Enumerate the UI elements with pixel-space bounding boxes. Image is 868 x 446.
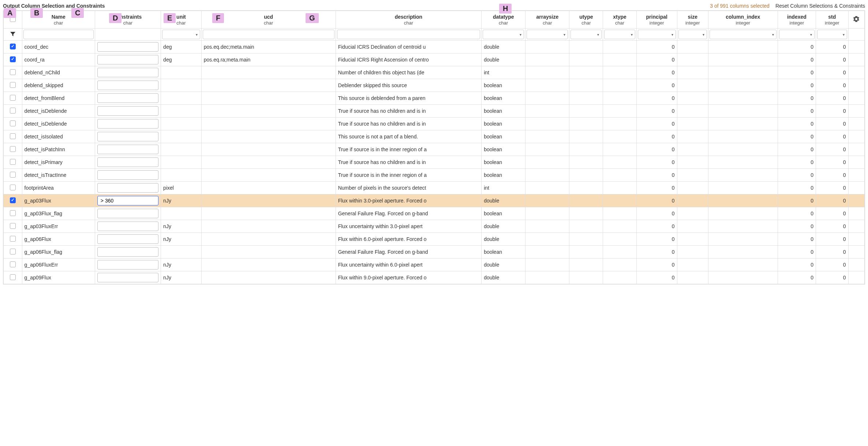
row-checkbox[interactable]: [10, 223, 16, 229]
table-row[interactable]: footprintAreapixelNumber of pixels in th…: [4, 182, 865, 194]
row-checkbox[interactable]: [10, 44, 16, 49]
col-header-arraysize[interactable]: arraysizechar: [525, 11, 569, 29]
filter-dd-size[interactable]: [678, 30, 707, 39]
row-checkbox[interactable]: [10, 210, 16, 216]
col-header-unit[interactable]: unitchar: [161, 11, 202, 29]
constraint-input[interactable]: [97, 119, 158, 129]
filter-input-ucd[interactable]: [203, 30, 334, 39]
constraint-input[interactable]: [97, 106, 158, 116]
table-row[interactable]: g_ap03Flux_flagGeneral Failure Flag. For…: [4, 207, 865, 220]
table-row[interactable]: g_ap06FluxErrnJyFlux uncertainty within …: [4, 259, 865, 271]
constraint-input[interactable]: [97, 68, 158, 77]
filter-dd-indexed[interactable]: [779, 30, 815, 39]
row-checkbox[interactable]: [10, 197, 16, 203]
row-checkbox[interactable]: [10, 249, 16, 254]
row-checkbox[interactable]: [10, 82, 16, 88]
row-checkbox[interactable]: [10, 274, 16, 280]
table-row[interactable]: detect_isDeblendeTrue if source has no c…: [4, 105, 865, 118]
table-row[interactable]: g_ap03FluxnJyFlux within 3.0-pixel apert…: [4, 194, 865, 207]
constraint-input[interactable]: [97, 170, 158, 180]
gear-icon[interactable]: [848, 11, 864, 29]
row-checkbox[interactable]: [10, 261, 16, 267]
row-checkbox[interactable]: [10, 185, 16, 190]
row-checkbox[interactable]: [10, 236, 16, 242]
filter-input-Name[interactable]: [23, 30, 94, 39]
constraint-input[interactable]: [97, 247, 158, 257]
constraint-input[interactable]: [97, 93, 158, 103]
constraint-input[interactable]: [97, 222, 158, 231]
filter-icon[interactable]: [4, 29, 22, 41]
table-row[interactable]: detect_isPatchInnTrue if source is in th…: [4, 143, 865, 156]
constraint-input[interactable]: [97, 183, 158, 193]
cell-unit: [161, 92, 202, 105]
cell-ucd: [201, 143, 336, 156]
row-checkbox[interactable]: [10, 120, 16, 126]
table-row[interactable]: g_ap06FluxnJyFlux within 6.0-pixel apert…: [4, 233, 865, 246]
cell-indexed: 0: [778, 41, 816, 53]
constraint-input[interactable]: [97, 234, 158, 244]
table-row[interactable]: g_ap03FluxErrnJyFlux uncertainty within …: [4, 220, 865, 233]
cell-utype: [569, 207, 603, 220]
table-row[interactable]: detect_isDeblendeTrue if source has no c…: [4, 118, 865, 130]
constraint-input[interactable]: [97, 196, 158, 205]
constraint-input[interactable]: [97, 55, 158, 64]
table-row[interactable]: detect_isTractInneTrue if source is in t…: [4, 169, 865, 182]
reset-button[interactable]: Reset Column Selections & Constraints: [775, 3, 865, 9]
cell-size: [677, 259, 708, 271]
filter-dd-unit[interactable]: [162, 30, 200, 39]
filter-input-description[interactable]: [337, 30, 480, 39]
constraint-input[interactable]: [97, 81, 158, 90]
row-checkbox[interactable]: [10, 133, 16, 139]
constraint-input[interactable]: [97, 132, 158, 141]
col-header-description[interactable]: descriptionchar: [336, 11, 481, 29]
cell-std: 0: [816, 233, 849, 246]
col-header-ucd[interactable]: ucdchar: [201, 11, 336, 29]
table-row[interactable]: detect_fromBlendThis source is deblended…: [4, 92, 865, 105]
table-row[interactable]: detect_isIsolatedThis source is not a pa…: [4, 130, 865, 143]
row-checkbox[interactable]: [10, 56, 16, 62]
constraint-input[interactable]: [97, 157, 158, 167]
col-header-std[interactable]: stdinteger: [816, 11, 849, 29]
table-row[interactable]: coord_decdegpos.eq.dec;meta.mainFiducial…: [4, 41, 865, 53]
row-checkbox[interactable]: [10, 159, 16, 165]
table-row[interactable]: g_ap06Flux_flagGeneral Failure Flag. For…: [4, 246, 865, 259]
filter-dd-std[interactable]: [817, 30, 847, 39]
cell-datatype: boolean: [482, 169, 525, 182]
filter-dd-column_index[interactable]: [710, 30, 777, 39]
col-header-principal[interactable]: principalinteger: [636, 11, 677, 29]
cell-name: g_ap06FluxErr: [22, 259, 95, 271]
filter-dd-utype[interactable]: [570, 30, 602, 39]
col-header-column_index[interactable]: column_indexinteger: [708, 11, 778, 29]
col-header-xtype[interactable]: xtypechar: [603, 11, 637, 29]
constraint-input[interactable]: [97, 209, 158, 218]
cell-ucd: [201, 271, 336, 284]
table-row[interactable]: deblend_nChildNumber of children this ob…: [4, 66, 865, 79]
filter-dd-datatype[interactable]: [483, 30, 524, 39]
constraint-input[interactable]: [97, 273, 158, 282]
col-header-name[interactable]: Namechar: [22, 11, 95, 29]
row-checkbox[interactable]: [10, 95, 16, 101]
table-row[interactable]: deblend_skippedDeblender skipped this so…: [4, 79, 865, 92]
table-row[interactable]: coord_radegpos.eq.ra;meta.mainFiducial I…: [4, 53, 865, 66]
col-header-datatype[interactable]: datatypechar: [482, 11, 525, 29]
col-header-constraints[interactable]: constraintschar: [95, 11, 161, 29]
filter-dd-principal[interactable]: [638, 30, 676, 39]
filter-dd-xtype[interactable]: [604, 30, 635, 39]
row-checkbox[interactable]: [10, 146, 16, 152]
constraint-input[interactable]: [97, 42, 158, 52]
filter-dd-arraysize[interactable]: [527, 30, 568, 39]
constraint-input[interactable]: [97, 260, 158, 270]
select-all-checkbox[interactable]: [10, 16, 16, 22]
row-checkbox[interactable]: [10, 69, 16, 75]
table-row[interactable]: g_ap09FluxnJyFlux within 9.0-pixel apert…: [4, 271, 865, 284]
cell-principal: 0: [636, 156, 677, 169]
table-row[interactable]: detect_isPrimaryTrue if source has no ch…: [4, 156, 865, 169]
cell-indexed: 0: [778, 182, 816, 194]
col-header-indexed[interactable]: indexedinteger: [778, 11, 816, 29]
row-checkbox[interactable]: [10, 172, 16, 178]
col-header-utype[interactable]: utypechar: [569, 11, 603, 29]
row-checkbox[interactable]: [10, 108, 16, 114]
col-header-size[interactable]: sizeinteger: [677, 11, 708, 29]
constraint-input[interactable]: [97, 145, 158, 154]
cell-std: 0: [816, 246, 849, 259]
